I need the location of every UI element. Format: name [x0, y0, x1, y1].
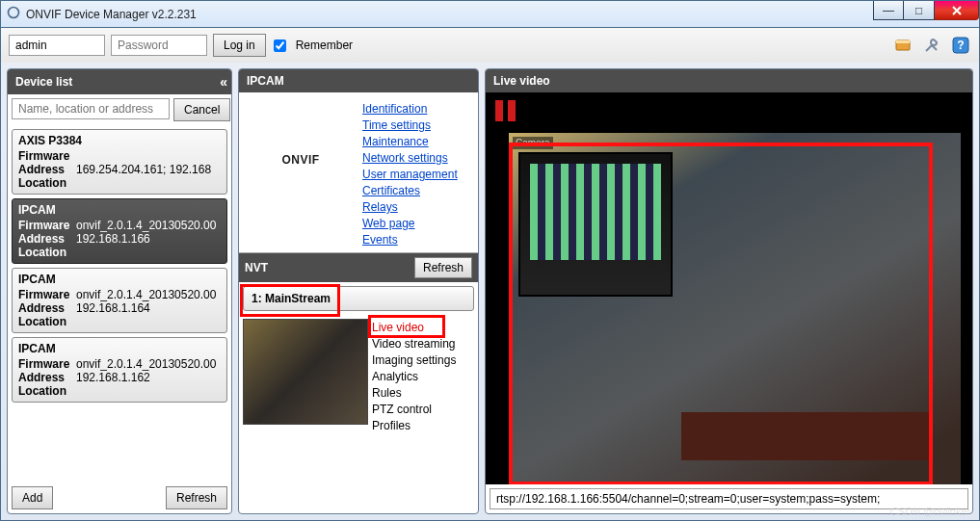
ipcam-link[interactable]: Network settings	[362, 151, 448, 165]
nvt-link[interactable]: PTZ control	[372, 403, 456, 416]
ipcam-link[interactable]: Identification	[362, 102, 427, 116]
pause-icon[interactable]	[495, 100, 516, 121]
device-list[interactable]: AXIS P3384FirmwareAddress169.254.204.161…	[8, 125, 231, 482]
username-input[interactable]	[9, 35, 105, 56]
collapse-device-list-icon[interactable]: «	[220, 74, 224, 90]
device-item[interactable]: AXIS P3384FirmwareAddress169.254.204.161…	[12, 129, 227, 195]
address-value: 192.168.1.166	[76, 232, 150, 246]
ipcam-link[interactable]: Web page	[362, 217, 415, 230]
nvt-link[interactable]: Imaging settings	[372, 353, 456, 367]
ipcam-link[interactable]: Certificates	[362, 184, 420, 197]
device-name: IPCAM	[18, 273, 221, 286]
window-close-button[interactable]	[935, 1, 979, 20]
tools-icon[interactable]	[921, 35, 942, 56]
app-icon	[7, 6, 20, 22]
device-search-cancel-button[interactable]: Cancel	[173, 98, 230, 121]
device-item[interactable]: IPCAMFirmwareonvif_2.0.1.4_20130520.00Ad…	[12, 337, 227, 403]
device-name: AXIS P3384	[18, 134, 221, 147]
address-value: 169.254.204.161; 192.168	[76, 163, 211, 176]
svg-point-0	[9, 8, 19, 18]
nvt-link[interactable]: Live video	[372, 321, 456, 334]
ipcam-header: IPCAM	[247, 74, 284, 88]
ipcam-link[interactable]: User management	[362, 168, 458, 181]
device-list-header: Device list	[15, 75, 72, 89]
refresh-devices-button[interactable]: Refresh	[166, 486, 227, 509]
address-label: Address	[18, 163, 76, 176]
window-titlebar: ONVIF Device Manager v2.2.231 — □	[0, 0, 980, 28]
firmware-value: onvif_2.0.1.4_20130520.00	[76, 357, 216, 371]
location-label: Location	[18, 246, 76, 259]
location-label: Location	[18, 176, 76, 190]
nvt-link[interactable]: Analytics	[372, 370, 456, 383]
device-name: IPCAM	[18, 203, 221, 217]
login-toolbar: Log in Remember ?	[0, 28, 980, 63]
video-viewport[interactable]: Camera	[486, 92, 972, 484]
firmware-label: Firmware	[18, 219, 76, 232]
stream-selector[interactable]: 1: MainStream	[243, 286, 474, 311]
nvt-header: NVT	[245, 261, 268, 274]
onvif-logo: ONVIF	[243, 98, 358, 214]
device-name: IPCAM	[18, 342, 221, 355]
firmware-value: onvif_2.0.1.4_20130520.00	[76, 288, 216, 301]
nvt-link[interactable]: Rules	[372, 386, 456, 400]
password-input[interactable]	[111, 35, 207, 56]
address-label: Address	[18, 371, 76, 384]
stream-url-input[interactable]	[490, 488, 968, 509]
window-minimize-button[interactable]: —	[873, 1, 904, 20]
nvt-refresh-button[interactable]: Refresh	[414, 257, 472, 278]
help-icon[interactable]: ?	[950, 35, 971, 56]
live-video-header: Live video	[493, 74, 550, 88]
device-item[interactable]: IPCAMFirmwareonvif_2.0.1.4_20130520.00Ad…	[12, 268, 227, 333]
firmware-label: Firmware	[18, 357, 76, 371]
camera-label: Camera	[513, 137, 553, 149]
svg-text:?: ?	[957, 39, 964, 52]
ipcam-link[interactable]: Relays	[362, 200, 398, 214]
add-device-button[interactable]: Add	[12, 486, 53, 509]
address-label: Address	[18, 232, 76, 246]
settings-icon[interactable]	[892, 35, 914, 56]
ipcam-link[interactable]: Events	[362, 233, 398, 247]
location-label: Location	[18, 315, 76, 328]
nvt-link[interactable]: Video streaming	[372, 337, 456, 351]
camera-feed	[509, 133, 961, 484]
stream-selector-label: 1: MainStream	[252, 292, 331, 305]
window-title: ONVIF Device Manager v2.2.231	[26, 8, 197, 21]
address-label: Address	[18, 301, 76, 315]
device-detail-panel: IPCAM ONVIF IdentificationTime settingsM…	[238, 68, 479, 514]
address-value: 192.168.1.164	[76, 301, 150, 315]
login-button[interactable]: Log in	[213, 34, 266, 57]
stream-thumbnail[interactable]	[243, 319, 368, 425]
remember-label: Remember	[296, 39, 353, 52]
firmware-label: Firmware	[18, 288, 76, 301]
live-video-panel: Live video Camera	[485, 68, 973, 514]
remember-checkbox[interactable]	[274, 39, 286, 52]
nvt-link[interactable]: Profiles	[372, 419, 456, 432]
device-search-input[interactable]	[12, 98, 170, 119]
device-item[interactable]: IPCAMFirmwareonvif_2.0.1.4_20130520.00Ad…	[12, 198, 227, 264]
device-list-panel: Device list « Cancel AXIS P3384FirmwareA…	[7, 68, 232, 514]
svg-rect-2	[896, 40, 910, 43]
firmware-label: Firmware	[18, 149, 76, 163]
window-maximize-button[interactable]: □	[904, 1, 935, 20]
firmware-value: onvif_2.0.1.4_20130520.00	[76, 219, 216, 232]
ipcam-link[interactable]: Maintenance	[362, 135, 429, 148]
ipcam-link[interactable]: Time settings	[362, 118, 431, 132]
location-label: Location	[18, 384, 76, 398]
address-value: 192.168.1.162	[76, 371, 150, 384]
